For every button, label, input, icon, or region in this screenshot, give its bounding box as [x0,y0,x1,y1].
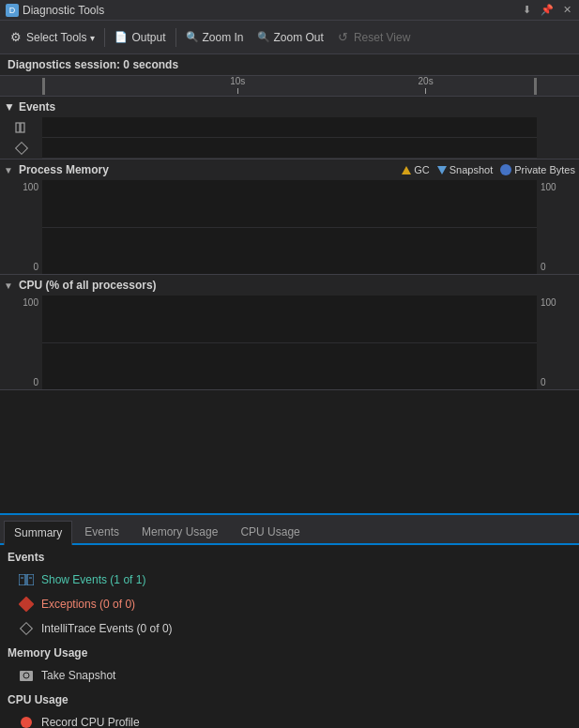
reset-view-button[interactable]: Reset View [331,28,416,47]
ruler-start [42,78,45,95]
events-grid-icon [19,574,34,585]
events-gutter-right-2 [537,138,579,159]
memory-y-min-right: 0 [541,262,575,272]
svg-rect-0 [16,123,20,132]
intellitrace-text: IntelliTrace Events (0 of 0) [41,622,173,635]
tab-memory-usage[interactable]: Memory Usage [131,520,228,543]
ruler-end [534,78,537,95]
summary-memory-label: Memory Usage [8,646,87,660]
gc-label: GC [414,164,430,175]
gear-icon [9,31,23,44]
columns-icon [15,121,28,134]
tab-summary[interactable]: Summary [4,521,72,545]
events-section: ▼ Events [0,97,579,159]
events-row-1 [0,117,579,138]
title-bar-controls[interactable]: ⬇ 📌 ✕ [521,3,573,17]
snapshot-icon [437,166,447,174]
cpu-body: 100 0 100 0 [0,296,579,389]
timeline-ruler: 10s 20s [0,76,579,97]
exception-icon [19,597,34,612]
cpu-y-axis-right: 100 0 [537,296,579,389]
select-tools-label: Select Tools [26,31,86,44]
exception-diamond-icon [19,597,35,613]
snapshot-legend: Snapshot [437,164,493,175]
cpu-y-min-right: 0 [541,377,575,387]
show-events-text: Show Events (1 of 1) [41,573,145,586]
gc-legend: GC [402,164,430,175]
svg-rect-1 [21,123,24,132]
events-gutter-1 [0,117,42,138]
show-events-icon [19,572,34,587]
process-memory-section: ▼ Process Memory GC Snapshot Private Byt… [0,159,579,275]
ruler-tick-10s-label: 10s [230,76,245,88]
cpu-header: ▼ CPU (% of all processors) [0,275,579,296]
process-memory-label: Process Memory [19,163,109,176]
memory-y-axis-right: 100 0 [537,180,579,274]
summary-cpu-header: CPU Usage [0,688,579,710]
ruler-tick-20s-line [425,88,426,94]
select-tools-button[interactable]: Select Tools [4,28,100,47]
private-bytes-label: Private Bytes [514,164,575,175]
zoom-out-label: Zoom Out [274,31,324,44]
events-gutter-right-1 [537,117,579,138]
cpu-grid-mid [42,342,537,343]
tab-cpu-usage[interactable]: CPU Usage [230,520,310,543]
zoom-in-button[interactable]: Zoom In [180,28,250,47]
cpu-section: ▼ CPU (% of all processors) 100 0 100 0 [0,275,579,390]
events-track-1 [42,117,537,138]
process-memory-header: ▼ Process Memory GC Snapshot Private Byt… [0,159,579,180]
show-events-item[interactable]: Show Events (1 of 1) [0,568,579,592]
diamond-icon [14,142,27,155]
separator-2 [175,28,176,47]
snapshot-label: Snapshot [449,164,493,175]
reset-view-label: Reset View [354,31,410,44]
cpu-collapse-arrow[interactable]: ▼ [4,281,13,291]
exceptions-item[interactable]: Exceptions (0 of 0) [0,592,579,616]
memory-y-min: 0 [4,262,38,272]
zoom-in-label: Zoom In [203,31,244,44]
events-row-2 [0,138,579,159]
output-button[interactable]: Output [109,28,171,47]
pin-button[interactable]: 📌 [539,3,556,17]
events-collapse-arrow[interactable]: ▼ [4,100,15,114]
bottom-panel: Summary Events Memory Usage CPU Usage Ev… [0,513,579,728]
summary-events-header: Events [0,545,579,568]
memory-collapse-arrow[interactable]: ▼ [4,165,13,175]
cpu-record-icon [21,717,32,728]
memory-legend: GC Snapshot Private Bytes [402,164,575,175]
zoom-out-button[interactable]: Zoom Out [251,28,329,47]
take-snapshot-item[interactable]: Take Snapshot [0,663,579,688]
cpu-plot [42,296,537,389]
separator-1 [104,28,105,47]
events-gutter-2 [0,138,42,159]
summary-memory-header: Memory Usage [0,641,579,663]
record-icon [19,715,34,728]
summary-cpu-label: CPU Usage [8,693,69,706]
private-bytes-icon [500,164,511,175]
cpu-label: CPU (% of all processors) [19,279,157,292]
ruler-tick-10s-line [237,88,238,94]
ruler-tick-20s: 20s [419,76,434,94]
tab-events[interactable]: Events [74,520,130,543]
camera-icon [19,668,34,683]
record-cpu-text: Record CPU Profile [41,716,140,728]
tabs-bar: Summary Events Memory Usage CPU Usage [0,515,579,545]
zoom-in-icon [186,31,199,44]
memory-grid-mid [42,227,537,228]
summary-events-label: Events [8,551,44,564]
intellitrace-item[interactable]: IntelliTrace Events (0 of 0) [0,616,579,641]
close-button[interactable]: ✕ [561,3,573,17]
title-bar-left: D Diagnostic Tools [6,4,104,17]
output-label: Output [131,31,165,44]
session-label: Diagnostics session: 0 seconds [8,58,178,71]
intellitrace-diamond-icon [20,622,33,635]
cpu-y-max-right: 100 [541,297,575,308]
chevron-down-icon [90,31,95,44]
ruler-tick-10s: 10s [230,76,245,94]
svg-rect-3 [27,574,34,585]
ruler-tick-20s-label: 20s [419,76,434,88]
auto-hide-button[interactable]: ⬇ [521,3,533,17]
record-cpu-profile-item[interactable]: Record CPU Profile [0,710,579,728]
process-memory-body: 100 0 100 0 [0,180,579,274]
take-snapshot-text: Take Snapshot [41,669,115,682]
